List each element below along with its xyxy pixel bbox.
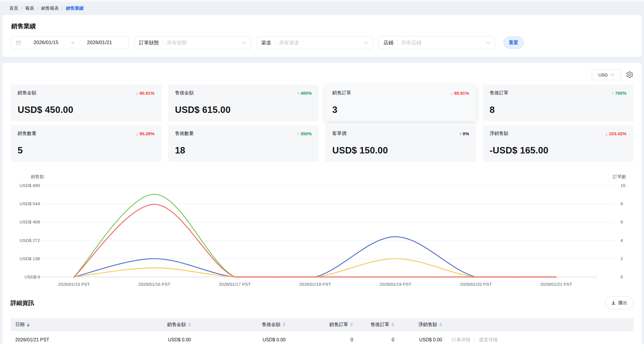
currency-toolbar: USD <box>11 69 633 81</box>
breadcrumb-separator: / <box>21 6 22 11</box>
breadcrumb-sales-reports[interactable]: 銷售報表 <box>41 6 59 11</box>
arrow-down-icon: ↓ <box>606 131 608 136</box>
svg-text:USD$ 272: USD$ 272 <box>20 238 40 243</box>
kpi-sales-quantity: 銷售數量 ↓ 95.28% 5 <box>11 125 162 162</box>
svg-text:2026/01/21 PST: 2026/01/21 PST <box>540 282 572 287</box>
column-header-date[interactable]: 日期 <box>11 322 134 328</box>
sort-icon[interactable] <box>391 323 394 327</box>
svg-text:8: 8 <box>620 201 623 206</box>
cell-net-sales: USD$ 0.00 <box>399 337 447 343</box>
details-header: 詳細資訊 匯出 <box>11 296 633 309</box>
calendar-icon <box>16 40 21 46</box>
store-select[interactable]: 店鋪 所有店鋪 <box>378 36 495 49</box>
arrow-up-icon: ↑ <box>297 91 299 96</box>
end-date-input[interactable]: 2026/01/21 <box>75 40 124 46</box>
kpi-label: 銷售訂單 <box>332 90 351 96</box>
return-detail-link[interactable]: 退货详情 <box>479 337 498 343</box>
svg-text:4: 4 <box>620 238 623 243</box>
kpi-label: 客單價 <box>332 131 346 137</box>
cell-after-sale-amount: USD$ 0.00 <box>196 337 290 343</box>
start-date-input[interactable]: 2026/01/15 <box>21 40 71 46</box>
breadcrumb-current: 銷售業績 <box>66 6 84 11</box>
column-header-sales-orders[interactable]: 銷售訂單 <box>290 322 358 328</box>
kpi-net-sales: 淨銷售額 ↓ 103.42% -USD$ 165.00 <box>483 125 634 162</box>
export-label: 匯出 <box>618 300 627 306</box>
order-status-placeholder: 所有狀態 <box>167 39 239 46</box>
svg-text:USD$ 544: USD$ 544 <box>20 201 40 206</box>
sales-orders-trend-chart: 銷售額訂單數USD$ 0USD$ 136USD$ 272USD$ 408USD$… <box>11 171 633 288</box>
currency-select[interactable]: USD <box>592 69 621 80</box>
order-status-select[interactable]: 訂單狀態 所有狀態 <box>134 36 251 49</box>
svg-text:USD$ 680: USD$ 680 <box>20 183 40 188</box>
svg-text:USD$ 136: USD$ 136 <box>20 256 40 261</box>
column-header-after-sale-orders[interactable]: 售後訂單 <box>358 322 399 328</box>
sort-icon[interactable] <box>27 323 30 327</box>
table-header-row: 日期 銷售金額 售後金額 銷售訂單 售後訂單 淨銷售額 <box>11 318 633 331</box>
kpi-trend: ↓ 90.91% <box>136 91 155 96</box>
sort-icon[interactable] <box>283 323 286 327</box>
date-range-picker[interactable]: 2026/01/15 – 2026/01/21 <box>11 36 129 49</box>
kpi-value: 8 <box>490 105 627 116</box>
kpi-trend: ↓ 90.91% <box>451 91 469 96</box>
column-header-after-sale-amount[interactable]: 售後金額 <box>196 322 290 328</box>
arrow-up-icon: ↑ <box>612 91 614 96</box>
download-icon <box>611 300 616 305</box>
kpi-sales-orders: 銷售訂單 ↓ 90.91% 3 <box>325 85 476 121</box>
breadcrumb-home[interactable]: 首頁 <box>9 6 18 11</box>
channel-label: 渠道 <box>261 39 271 46</box>
kpi-avg-order-value: 客單價 ↑ 0% USD$ 150.00 <box>325 125 476 162</box>
svg-text:銷售額: 銷售額 <box>31 174 44 179</box>
breadcrumb-reports[interactable]: 報表 <box>25 6 34 11</box>
column-header-sales-amount[interactable]: 銷售金額 <box>134 322 196 328</box>
row-actions: 订单详情 退货详情 <box>447 337 633 343</box>
kpi-after-sale-quantity: 售後數量 ↑ 350% 18 <box>168 125 319 162</box>
table-row: 2026/01/21 PST USD$ 0.00 USD$ 0.00 0 0 U… <box>11 331 633 344</box>
order-status-label: 訂單狀態 <box>139 39 159 46</box>
reset-button[interactable]: 重置 <box>504 37 524 49</box>
breadcrumb-separator: / <box>37 6 38 11</box>
svg-text:2026/01/16 PST: 2026/01/16 PST <box>138 282 170 287</box>
page-title: 銷售業績 <box>11 22 633 30</box>
channel-placeholder: 所有渠道 <box>279 39 362 46</box>
svg-text:訂單數: 訂單數 <box>613 174 626 179</box>
sort-icon[interactable] <box>350 323 353 327</box>
svg-text:2026/01/20 PST: 2026/01/20 PST <box>460 282 492 287</box>
kpi-trend: ↑ 0% <box>459 131 469 136</box>
kpi-value: 5 <box>18 145 155 156</box>
kpi-trend: ↓ 103.42% <box>606 131 626 136</box>
arrow-down-icon: ↓ <box>451 91 453 96</box>
select-divider <box>275 40 275 45</box>
chevron-down-icon <box>486 40 490 46</box>
kpi-trend: ↓ 95.28% <box>136 131 155 136</box>
chevron-down-icon <box>611 74 614 76</box>
report-card: USD 銷售金額 ↓ 90.91% USD$ 450.00 售後金額 ↑ 400… <box>2 63 642 344</box>
column-header-net-sales[interactable]: 淨銷售額 <box>399 322 447 328</box>
channel-select[interactable]: 渠道 所有渠道 <box>256 36 373 49</box>
svg-text:USD$ 0: USD$ 0 <box>24 274 40 279</box>
kpi-label: 售後數量 <box>175 131 194 137</box>
kpi-value: USD$ 615.00 <box>175 105 312 116</box>
arrow-up-icon: ↑ <box>297 131 299 136</box>
filter-row: 2026/01/15 – 2026/01/21 訂單狀態 所有狀態 渠道 所有渠… <box>11 36 633 49</box>
svg-text:2026/01/17 PST: 2026/01/17 PST <box>219 282 251 287</box>
kpi-grid: 銷售金額 ↓ 90.91% USD$ 450.00 售後金額 ↑ 400% US… <box>11 85 633 162</box>
svg-text:0: 0 <box>620 274 623 279</box>
currency-value: USD <box>598 72 608 77</box>
arrow-up-icon: ↑ <box>459 131 462 136</box>
kpi-after-sale-amount: 售後金額 ↑ 400% USD$ 615.00 <box>168 85 319 121</box>
kpi-value: USD$ 150.00 <box>332 145 469 156</box>
store-label: 店鋪 <box>383 39 393 46</box>
breadcrumb: 首頁 / 報表 / 銷售報表 / 銷售業績 <box>0 3 644 15</box>
svg-text:2026/01/18 PST: 2026/01/18 PST <box>299 282 331 287</box>
kpi-trend: ↑ 400% <box>297 91 312 96</box>
sort-icon[interactable] <box>188 323 191 327</box>
select-divider <box>397 40 398 45</box>
cell-after-sale-orders: 0 <box>358 337 399 343</box>
settings-gear-icon[interactable] <box>626 71 633 79</box>
sort-icon[interactable] <box>439 323 442 327</box>
export-button[interactable]: 匯出 <box>605 296 633 309</box>
svg-text:2026/01/15 PST: 2026/01/15 PST <box>58 282 90 287</box>
order-detail-link[interactable]: 订单详情 <box>452 337 470 343</box>
date-range-separator: – <box>71 40 75 46</box>
top-edge-strip <box>0 0 644 3</box>
